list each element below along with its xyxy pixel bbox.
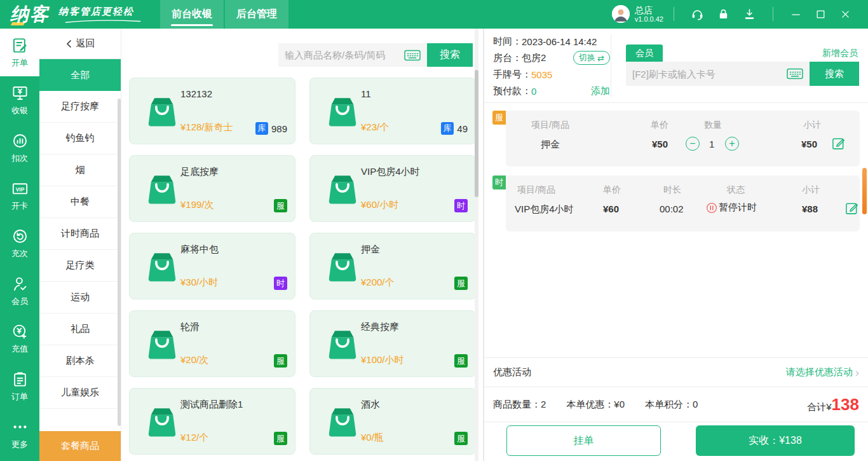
app-slogan: 纳客管店更轻松 [58,6,147,24]
product-name: 酒水 [361,399,380,411]
total-amount: 138 [832,395,859,415]
time-value: 2023-06-14 14:42 [522,36,597,47]
cart-item-duration: 00:02 [660,203,684,214]
sidebar-item-7[interactable]: 订单 [0,362,39,410]
product-price: ¥20/次 [180,354,208,366]
avatar[interactable] [612,5,630,23]
category-item-10[interactable]: 儿童娱乐 [39,377,121,409]
cart-item-subtotal: ¥88 [802,203,818,214]
sidebar-item-2[interactable]: 扣次 [0,124,39,172]
left-sidebar: 开单收银扣次VIP开卡充次会员充值订单更多 [0,29,39,461]
qty-plus-button[interactable]: + [725,137,739,151]
sidebar-item-8[interactable]: 更多 [0,410,39,458]
sidebar-item-6[interactable]: 充值 [0,315,39,362]
member-card-input[interactable] [632,69,783,79]
deduct-icon [11,132,29,149]
download-icon[interactable] [743,8,756,21]
product-card-1[interactable]: 11¥23/个库49 [309,78,476,144]
product-card-6[interactable]: 轮滑¥20/次服 [129,310,295,377]
room-value: 包房2 [522,52,546,64]
close-button[interactable] [840,9,851,20]
product-name: 麻将中包 [180,244,219,256]
hold-order-button[interactable]: 挂单 [506,425,661,456]
category-item-1[interactable]: 足疗按摩 [39,91,121,123]
product-card-7[interactable]: 经典按摩¥100/小时服 [309,310,476,377]
product-card-3[interactable]: VIP包房4小时¥60/小时时 [309,155,476,222]
qty-minus-button[interactable]: − [686,137,700,151]
product-card-0[interactable]: 132132¥128/新奇士库989 [129,78,295,144]
back-button[interactable]: 返回 [39,29,121,59]
product-card-8[interactable]: 测试商品删除1¥12/个服 [129,388,295,455]
cart-card: 项目/商品 单价 时长 状态 小计 VIP包房4小时 ¥60 00:02 暂停计… [506,175,860,231]
category-scrollbar[interactable] [118,99,121,426]
topbar-divider [674,7,674,21]
tab-front-cashier[interactable]: 前台收银 [160,0,224,29]
sidebar-item-label: 收银 [11,105,28,116]
order-discount: 本单优惠：¥0 [566,399,625,411]
category-item-5[interactable]: 计时商品 [39,218,121,250]
sidebar-item-3[interactable]: VIP开卡 [0,172,39,219]
minimize-button[interactable] [790,9,801,20]
product-name: 押金 [361,244,380,256]
product-card-5[interactable]: 押金¥200/个服 [309,233,476,299]
package-products-button[interactable]: 套餐商品 [39,431,121,461]
sidebar-item-4[interactable]: 充次 [0,219,39,267]
maximize-button[interactable] [815,9,826,20]
product-name: 测试商品删除1 [180,399,243,411]
session-info: 时间：2023-06-14 14:42 房台：包房2 切换⇄ 手牌号：5035 … [493,33,610,99]
lock-icon[interactable] [717,8,730,21]
sidebar-item-label: 开卡 [11,200,28,212]
shopping-bag-icon [144,92,180,131]
category-item-0[interactable]: 全部 [39,59,121,91]
svg-text:VIP: VIP [15,186,24,192]
sidebar-item-5[interactable]: 会员 [0,267,39,315]
cart-item-subtotal: ¥50 [801,139,817,149]
sidebar-item-1[interactable]: 收银 [0,76,39,124]
stock-count: 989 [271,123,287,134]
product-price: ¥23/个 [361,121,389,134]
time-type-badge: 时 [454,199,468,212]
sidebar-item-label: 订单 [11,391,28,403]
tab-back-management[interactable]: 后台管理 [225,0,288,29]
hand-tag-value: 5035 [531,69,552,80]
add-prepaid-link[interactable]: 添加 [591,85,610,97]
switch-room-button[interactable]: 切换⇄ [573,51,610,65]
product-card-9[interactable]: 酒水¥0/瓶服 [309,388,476,455]
charge-button[interactable]: 实收：¥138 [696,425,855,456]
category-item-4[interactable]: 中餐 [39,186,121,218]
cart-item-price: ¥60 [603,203,619,214]
app-logo: 纳客 [10,2,50,27]
category-item-2[interactable]: 钓鱼钓 [39,123,121,155]
product-card-2[interactable]: 足底按摩¥199/次服 [129,155,295,222]
product-scrollbar-thumb[interactable] [475,70,478,197]
category-item-9[interactable]: 剧本杀 [39,345,121,377]
sidebar-item-0[interactable]: 开单 [0,29,39,76]
category-item-8[interactable]: 礼品 [39,313,121,345]
service-type-badge: 服 [274,354,287,368]
room-line: 房台：包房2 切换⇄ [493,50,610,66]
product-name: 132132 [180,88,212,99]
edit-item-icon[interactable] [831,136,846,151]
product-price: ¥199/次 [180,199,214,211]
category-item-3[interactable]: 烟 [39,155,121,186]
cart-scrollbar-thumb[interactable] [862,168,867,214]
product-search-input[interactable] [285,50,400,60]
product-search-button[interactable]: 搜索 [427,43,473,67]
support-headset-icon[interactable] [691,8,704,21]
vip-card-icon: VIP [11,180,29,197]
bill-icon [11,37,29,54]
keyboard-icon[interactable] [787,68,803,79]
member-search-button[interactable]: 搜索 [810,62,859,86]
product-grid: 132132¥128/新奇士库98911¥23/个库49足底按摩¥199/次服V… [129,78,476,455]
col-status-header: 状态 [727,184,745,196]
keyboard-icon[interactable] [404,50,421,61]
select-promo-link[interactable]: 请选择优惠活动 › [786,366,859,378]
pause-icon[interactable] [706,202,717,214]
category-item-7[interactable]: 运动 [39,282,121,313]
edit-item-icon[interactable] [844,201,859,216]
new-member-link[interactable]: 新增会员 [822,48,858,59]
category-item-6[interactable]: 足疗类 [39,250,121,282]
col-item-header: 项目/商品 [517,184,555,196]
product-card-4[interactable]: 麻将中包¥30/小时时 [129,233,295,299]
member-tab[interactable]: 会员 [626,45,663,62]
